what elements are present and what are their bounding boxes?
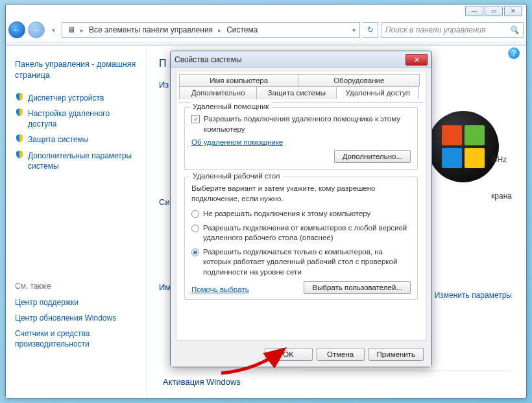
allow-remote-assistance-checkbox[interactable]: ✓	[191, 115, 200, 123]
remote-tab-panel: Удаленный помощник ✓ Разрешить подключен…	[179, 103, 423, 337]
system-properties-dialog: Свойства системы ✕ Имя компьютера Оборуд…	[170, 51, 432, 367]
radio-allow-nla-only[interactable]: Разрешить подключаться только с компьюте…	[191, 247, 411, 278]
nav-back-button[interactable]: ←	[8, 21, 25, 38]
shield-icon	[15, 150, 24, 159]
radio-deny-connections[interactable]: Не разрешать подключения к этому компьют…	[191, 209, 411, 219]
select-users-button[interactable]: Выбрать пользователей...	[304, 281, 411, 294]
navigation-row: ← → ▾ 🖥 ▸ Все элементы панели управления…	[8, 20, 524, 40]
dialog-footer: OK Отмена Применить	[171, 342, 431, 367]
sidebar-extra-windows-update[interactable]: Центр обновления Windows	[15, 310, 138, 326]
sidebar-item-label: Настройка удаленного доступа	[28, 109, 110, 128]
search-placeholder: Поиск в панели управления	[385, 25, 486, 34]
help-button[interactable]: ?	[508, 47, 520, 59]
spec-ghz: GHz	[491, 155, 512, 164]
refresh-button[interactable]: ↻	[363, 22, 378, 38]
computer-icon: 🖥	[64, 24, 79, 36]
sidebar-item-label: Дополнительные параметры системы	[28, 151, 132, 171]
tab-system-protection[interactable]: Защита системы	[256, 86, 337, 99]
sidebar-item-device-manager[interactable]: Диспетчер устройств	[15, 90, 138, 106]
nav-history-dropdown[interactable]: ▾	[47, 23, 59, 36]
radio-label: Не разрешать подключения к этому компьют…	[203, 209, 370, 219]
radio-allow-any-version[interactable]: Разрешать подключения от компьютеров с л…	[191, 223, 411, 243]
dialog-title: Свойства системы	[175, 55, 242, 64]
breadcrumb-seg-control-panel[interactable]: Все элементы панели управления	[85, 24, 217, 36]
remote-assistance-advanced-button[interactable]: Дополнительно...	[334, 150, 411, 163]
ok-button[interactable]: OK	[265, 348, 313, 361]
radio-icon	[191, 210, 199, 218]
divider	[303, 371, 512, 371]
change-settings-link[interactable]: Изменить параметры	[424, 290, 512, 302]
search-input[interactable]: Поиск в панели управления 🔍	[381, 22, 524, 38]
tab-computer-name[interactable]: Имя компьютера	[179, 74, 298, 86]
address-dropdown-icon[interactable]: ▾	[350, 27, 358, 34]
sidebar-item-remote-settings[interactable]: Настройка удаленного доступа	[15, 106, 138, 132]
cancel-button[interactable]: Отмена	[317, 348, 365, 361]
minimize-button[interactable]: —	[465, 6, 483, 16]
breadcrumb-sep-icon: ▸	[79, 27, 85, 34]
dialog-body: Имя компьютера Оборудование Дополнительн…	[176, 71, 426, 341]
sidebar-item-label: Диспетчер устройств	[28, 93, 104, 103]
group-description: Выберите вариант и затем укажите, кому р…	[191, 184, 411, 204]
spec-ekrana: крана	[491, 191, 512, 201]
group-legend: Удаленный помощник	[190, 103, 271, 110]
remote-assistance-group: Удаленный помощник ✓ Разрешить подключен…	[184, 107, 418, 170]
window-controls: — ▭ ✕	[465, 6, 522, 16]
checkbox-label: Разрешить подключения удаленного помощни…	[204, 114, 411, 134]
sidebar-item-label: Защита системы	[28, 135, 88, 144]
sidebar-home-link[interactable]: Панель управления - домашняя страница	[15, 56, 138, 84]
maximize-button[interactable]: ▭	[485, 6, 503, 16]
help-choose-link[interactable]: Помочь выбрать	[191, 286, 249, 293]
sidebar: Панель управления - домашняя страница Ди…	[6, 46, 147, 398]
breadcrumb-sep-icon: ▸	[217, 27, 223, 34]
address-bar[interactable]: 🖥 ▸ Все элементы панели управления ▸ Сис…	[62, 22, 360, 38]
dialog-titlebar[interactable]: Свойства системы ✕	[171, 51, 431, 68]
windows-logo	[428, 111, 499, 182]
shield-icon	[15, 92, 24, 101]
dialog-tabs: Имя компьютера Оборудование Дополнительн…	[176, 71, 426, 99]
tab-advanced[interactable]: Дополнительно	[179, 86, 257, 99]
dialog-close-button[interactable]: ✕	[405, 54, 428, 66]
tab-remote[interactable]: Удаленный доступ	[336, 86, 419, 99]
sidebar-item-system-protection[interactable]: Защита системы	[15, 132, 138, 147]
group-legend: Удаленный рабочий стол	[190, 172, 283, 180]
radio-label: Разрешить подключаться только с компьюте…	[203, 247, 411, 278]
shield-icon	[15, 108, 24, 117]
apply-button[interactable]: Применить	[369, 348, 424, 361]
radio-label: Разрешать подключения от компьютеров с л…	[203, 223, 411, 243]
sidebar-item-advanced-system[interactable]: Дополнительные параметры системы	[15, 148, 138, 174]
see-also-heading: См. также	[15, 282, 138, 291]
window-close-button[interactable]: ✕	[504, 6, 522, 16]
remote-desktop-group: Удаленный рабочий стол Выберите вариант …	[184, 177, 418, 300]
sidebar-extra-performance[interactable]: Счетчики и средства производительности	[15, 326, 138, 352]
spec-column: GHz крана	[491, 104, 512, 201]
about-remote-assistance-link[interactable]: Об удаленном помощнике	[191, 138, 283, 146]
menubar	[6, 41, 526, 46]
radio-icon	[191, 225, 199, 232]
breadcrumb-seg-system[interactable]: Система	[223, 24, 261, 36]
sidebar-extra-action-center[interactable]: Центр поддержки	[15, 295, 138, 310]
shield-icon	[15, 134, 24, 143]
tab-hardware[interactable]: Оборудование	[298, 74, 420, 86]
activation-heading: Активация Windows	[163, 377, 241, 387]
nav-forward-button[interactable]: →	[28, 21, 45, 38]
search-icon: 🔍	[509, 25, 519, 34]
radio-icon	[191, 249, 199, 256]
